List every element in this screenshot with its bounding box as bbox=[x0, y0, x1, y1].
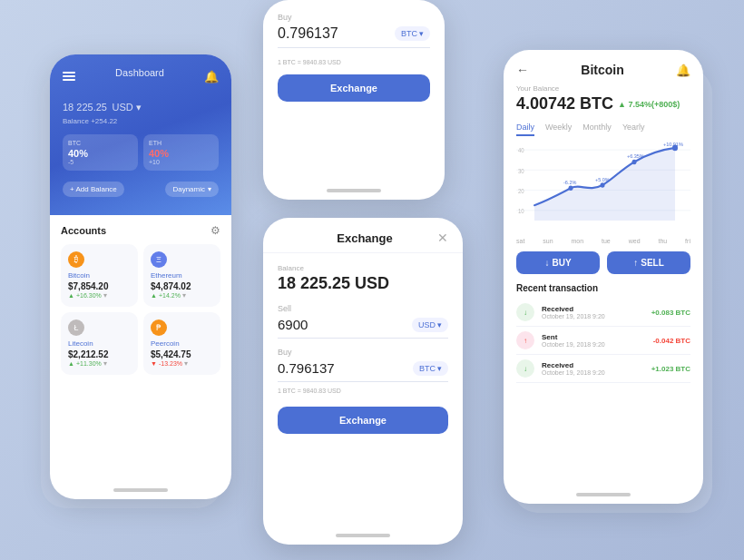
sell-value[interactable]: 6900 bbox=[278, 317, 308, 332]
exchange-full-title: Exchange bbox=[337, 231, 392, 245]
bitcoin-body: Your Balance 4.00742 BTC ▲ 7.54%(+800$) … bbox=[504, 84, 703, 383]
dashboard-balance-change: Balance +254.22 bbox=[63, 117, 219, 125]
account-card-bitcoin: ₿ Bitcoin $7,854.20 ▲+16.30% ▾ bbox=[61, 244, 138, 307]
bitcoin-amount: $7,854.20 bbox=[68, 281, 131, 291]
transaction-amount-1: +0.083 BTC bbox=[651, 309, 690, 317]
buy-button[interactable]: ↓ BUY bbox=[516, 251, 600, 274]
tab-monthly[interactable]: Monthly bbox=[582, 123, 612, 136]
buy-row: 0.796137 BTC ▾ bbox=[278, 360, 448, 382]
recent-transactions-title: Recent transaction bbox=[516, 283, 690, 293]
daynamic-button[interactable]: Daynamic ▾ bbox=[165, 182, 219, 197]
bitcoin-balance-label: Your Balance bbox=[516, 84, 690, 93]
litecoin-name: Litecoin bbox=[68, 339, 131, 348]
close-icon[interactable]: ✕ bbox=[437, 231, 448, 245]
exchange-rate-note: 1 BTC = 9840.83 USD bbox=[278, 388, 448, 394]
exchange-rate: 1 BTC = 9840.83 USD bbox=[278, 59, 430, 65]
sell-button[interactable]: ↑ SELL bbox=[607, 251, 690, 274]
transaction-info-1: Received October 19, 2018 9:20 bbox=[542, 305, 644, 319]
exchange-buy-row: 0.796137 BTC ▾ bbox=[278, 25, 430, 48]
svg-text:30: 30 bbox=[518, 167, 524, 173]
svg-text:10: 10 bbox=[518, 208, 524, 214]
dashboard-header: Dashboard 🔔 18 225.25 USD ▾ Balance +254… bbox=[50, 54, 231, 215]
bitcoin-chart: 10 20 30 40 -6.2% +5.0% +6.35% +10.91% bbox=[516, 140, 690, 231]
exchange-balance-label: Balance bbox=[278, 264, 448, 272]
dashboard-title: Dashboard bbox=[115, 67, 164, 78]
bitcoin-change: ▲+16.30% ▾ bbox=[68, 291, 131, 300]
bitcoin-balance: 4.00742 BTC ▲ 7.54%(+800$) bbox=[516, 94, 690, 113]
svg-text:+10.91%: +10.91% bbox=[663, 141, 683, 146]
transaction-amount-3: +1.023 BTC bbox=[651, 365, 690, 373]
litecoin-change: ▲+11.30% ▾ bbox=[68, 359, 131, 368]
bitcoin-tabs: Daily Weekly Monthly Yearly bbox=[516, 123, 690, 136]
peercoin-amount: $5,424.75 bbox=[151, 349, 213, 359]
exchange-balance-value: 18 225.25 USD bbox=[278, 274, 448, 293]
litecoin-amount: $2,212.52 bbox=[68, 349, 131, 359]
svg-point-10 bbox=[632, 160, 637, 165]
svg-text:+6.35%: +6.35% bbox=[627, 153, 644, 159]
litecoin-icon: Ł bbox=[68, 319, 84, 336]
ethereum-name: Ethereum bbox=[151, 271, 213, 280]
transaction-item-3: ↓ Received October 19, 2018 9:20 +1.023 … bbox=[516, 355, 690, 383]
dashboard-card-eth: ETH 40% +10 bbox=[143, 134, 219, 171]
peercoin-name: Peercoin bbox=[151, 339, 213, 348]
bitcoin-actions: ↓ BUY ↑ SELL bbox=[516, 251, 690, 274]
dashboard-balance: 18 225.25 USD ▾ bbox=[63, 94, 219, 115]
svg-point-9 bbox=[601, 182, 605, 188]
account-card-litecoin: Ł Litecoin $2,212.52 ▲+11.30% ▾ bbox=[61, 312, 138, 375]
dashboard-currency: USD ▾ bbox=[113, 102, 142, 113]
exchange-top-phone: Buy 0.796137 BTC ▾ 1 BTC = 9840.83 USD E… bbox=[263, 0, 445, 200]
bitcoin-header: ← Bitcoin 🔔 bbox=[504, 50, 703, 84]
exchange-buy-label: Buy bbox=[278, 13, 430, 22]
peercoin-change: ▼-13.23% ▾ bbox=[151, 359, 213, 368]
sell-label: Sell bbox=[278, 304, 448, 313]
exchange-buy-value: 0.796137 bbox=[278, 25, 338, 42]
exchange-full-phone: Exchange ✕ Balance 18 225.25 USD Sell 69… bbox=[263, 218, 463, 545]
bitcoin-bell-icon[interactable]: 🔔 bbox=[676, 64, 690, 77]
add-balance-button[interactable]: + Add Balance bbox=[63, 182, 124, 197]
scene: Dashboard 🔔 18 225.25 USD ▾ Balance +254… bbox=[0, 0, 744, 560]
settings-icon[interactable]: ⚙ bbox=[210, 224, 220, 237]
dashboard-card-btc: BTC 40% -5 bbox=[63, 134, 138, 171]
accounts-title: Accounts bbox=[61, 225, 106, 236]
peercoin-icon: ₱ bbox=[151, 319, 167, 336]
exchange-button[interactable]: Exchange bbox=[278, 74, 430, 102]
exchange-full-header: Exchange ✕ bbox=[263, 218, 463, 253]
tab-weekly[interactable]: Weekly bbox=[545, 123, 572, 136]
transaction-info-2: Sent October 19, 2018 9:20 bbox=[542, 333, 646, 348]
ethereum-icon: Ξ bbox=[151, 251, 167, 268]
svg-text:20: 20 bbox=[518, 188, 524, 194]
back-icon[interactable]: ← bbox=[516, 63, 529, 77]
transaction-info-3: Received October 19, 2018 9:20 bbox=[542, 361, 644, 376]
svg-text:-6.2%: -6.2% bbox=[563, 180, 576, 185]
ethereum-change: ▲+14.2% ▾ bbox=[151, 291, 213, 300]
dashboard-actions: + Add Balance Daynamic ▾ bbox=[63, 182, 219, 197]
accounts-grid: ₿ Bitcoin $7,854.20 ▲+16.30% ▾ Ξ Ethereu… bbox=[61, 244, 220, 375]
transaction-item-2: ↑ Sent October 19, 2018 9:20 -0.042 BTC bbox=[516, 327, 690, 355]
bitcoin-title: Bitcoin bbox=[581, 63, 623, 77]
bitcoin-name: Bitcoin bbox=[68, 271, 131, 280]
tab-daily[interactable]: Daily bbox=[516, 123, 534, 136]
svg-text:+5.0%: +5.0% bbox=[595, 176, 610, 182]
accounts-header: Accounts ⚙ bbox=[61, 224, 220, 237]
bell-icon[interactable]: 🔔 bbox=[204, 70, 219, 84]
svg-point-8 bbox=[569, 186, 573, 192]
bitcoin-phone: ← Bitcoin 🔔 Your Balance 4.00742 BTC ▲ 7… bbox=[504, 50, 703, 504]
exchange-buy-currency[interactable]: BTC ▾ bbox=[395, 26, 430, 41]
sell-currency-btn[interactable]: USD ▾ bbox=[412, 318, 448, 332]
buy-label: Buy bbox=[278, 348, 448, 357]
dashboard-phone: Dashboard 🔔 18 225.25 USD ▾ Balance +254… bbox=[50, 54, 231, 499]
received-icon-1: ↓ bbox=[516, 303, 534, 321]
bitcoin-change-pct: ▲ 7.54%(+800$) bbox=[618, 100, 680, 109]
buy-currency-btn[interactable]: BTC ▾ bbox=[413, 361, 448, 376]
svg-text:40: 40 bbox=[518, 147, 524, 153]
received-icon-3: ↓ bbox=[516, 359, 534, 378]
buy-value[interactable]: 0.796137 bbox=[278, 360, 335, 376]
dashboard-body: Accounts ⚙ ₿ Bitcoin $7,854.20 ▲+16.30% … bbox=[50, 215, 231, 384]
dashboard-cards: BTC 40% -5 ETH 40% +10 bbox=[63, 134, 219, 171]
tab-yearly[interactable]: Yearly bbox=[622, 123, 645, 136]
transaction-item-1: ↓ Received October 19, 2018 9:20 +0.083 … bbox=[516, 299, 690, 327]
menu-icon[interactable] bbox=[63, 72, 75, 81]
exchange-full-button[interactable]: Exchange bbox=[278, 407, 448, 434]
account-card-peercoin: ₱ Peercoin $5,424.75 ▼-13.23% ▾ bbox=[143, 312, 220, 375]
exchange-top-body: Buy 0.796137 BTC ▾ 1 BTC = 9840.83 USD E… bbox=[263, 0, 445, 114]
